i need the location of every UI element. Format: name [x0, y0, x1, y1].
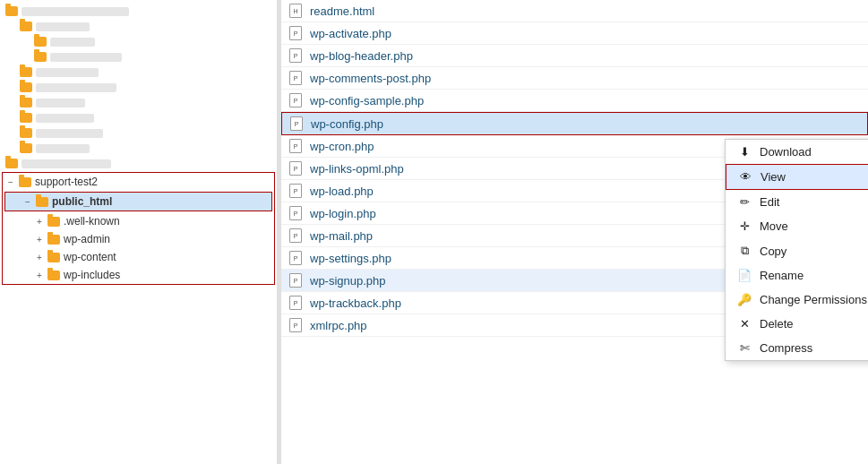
- file-icon-wp-load: P: [288, 184, 303, 198]
- file-name-readme: readme.html: [310, 4, 374, 18]
- view-icon: 👁: [737, 170, 753, 184]
- file-name-xmlrpc: xmlrpc.php: [310, 319, 367, 332]
- file-name-wp-links-opml: wp-links-opml.php: [310, 162, 404, 176]
- expand-icon-public-html: −: [25, 197, 34, 207]
- sidebar-item-blurred-1[interactable]: [0, 4, 277, 19]
- delete-icon: ✕: [736, 317, 752, 331]
- sidebar-item-blurred-4[interactable]: [0, 49, 277, 64]
- file-name-wp-load: wp-load.php: [310, 185, 374, 198]
- sidebar-item-support-test2[interactable]: − support-test2: [3, 173, 274, 191]
- file-row-readme[interactable]: H readme.html: [281, 0, 868, 22]
- file-list-panel: H readme.html P wp-activate.php P wp-blo…: [281, 0, 868, 464]
- sidebar-item-blurred-8[interactable]: [0, 110, 277, 125]
- file-name-wp-activate: wp-activate.php: [310, 27, 391, 40]
- context-menu-copy-label: Copy: [760, 245, 786, 258]
- file-icon-readme: H: [288, 4, 303, 18]
- compress-icon: ✄: [736, 341, 752, 355]
- sidebar-item-label-wp-includes: wp-includes: [64, 269, 120, 281]
- file-icon-wp-login: P: [288, 206, 303, 220]
- file-row-wp-blog-header[interactable]: P wp-blog-header.php: [281, 45, 868, 67]
- file-name-wp-settings: wp-settings.php: [310, 252, 391, 265]
- sidebar-item-blurred-2[interactable]: [0, 19, 277, 34]
- sidebar-item-wp-includes[interactable]: + wp-includes: [3, 266, 274, 284]
- context-menu-edit-label: Edit: [760, 195, 779, 209]
- context-menu-download-label: Download: [760, 145, 812, 159]
- sidebar-item-label-wp-admin: wp-admin: [64, 233, 110, 245]
- expand-icon-wp-content: +: [37, 253, 46, 262]
- file-icon-wp-settings: P: [288, 251, 303, 265]
- sidebar-item-blurred-10[interactable]: [0, 141, 277, 156]
- file-name-wp-trackback: wp-trackback.php: [310, 296, 401, 310]
- file-icon-wp-config: P: [289, 116, 304, 131]
- expand-icon-wp-admin: +: [37, 235, 46, 245]
- context-menu-view-label: View: [761, 170, 786, 184]
- file-icon-wp-comments-post: P: [288, 71, 303, 85]
- file-name-wp-login: wp-login.php: [310, 207, 376, 220]
- edit-icon: ✏: [736, 195, 752, 209]
- context-menu-compress-label: Compress: [760, 341, 812, 355]
- context-menu-rename[interactable]: 📄 Rename: [726, 263, 868, 288]
- sidebar-item-public-html[interactable]: − public_html: [5, 193, 271, 211]
- context-menu-delete-label: Delete: [760, 317, 794, 331]
- sidebar-item-blurred-5[interactable]: [0, 64, 277, 80]
- sidebar: − support-test2 − public_html + .well-kn…: [0, 0, 278, 464]
- file-icon-wp-links-opml: P: [288, 161, 303, 176]
- file-icon-wp-signup: P: [288, 273, 303, 288]
- sidebar-item-blurred-3[interactable]: [0, 34, 277, 49]
- file-name-wp-config: wp-config.php: [311, 117, 383, 131]
- file-icon-wp-blog-header: P: [288, 48, 303, 63]
- context-menu-move[interactable]: ✛ Move: [726, 214, 868, 238]
- file-name-wp-mail: wp-mail.php: [310, 229, 373, 243]
- file-name-wp-signup: wp-signup.php: [310, 274, 386, 288]
- sidebar-item-label-well-known: .well-known: [64, 215, 120, 228]
- sidebar-item-label-wp-content: wp-content: [64, 251, 116, 263]
- context-menu-compress[interactable]: ✄ Compress: [726, 336, 868, 360]
- expand-icon-support-test2: −: [8, 177, 17, 187]
- context-menu-copy[interactable]: ⧉ Copy: [726, 238, 868, 263]
- sidebar-item-label-support-test2: support-test2: [35, 176, 98, 188]
- move-icon: ✛: [736, 219, 752, 233]
- sidebar-item-wp-admin[interactable]: + wp-admin: [3, 230, 274, 248]
- context-menu-change-permissions[interactable]: 🔑 Change Permissions: [726, 288, 868, 312]
- file-icon-wp-config-sample: P: [288, 93, 303, 107]
- copy-icon: ⧉: [736, 244, 752, 258]
- file-row-wp-config[interactable]: P wp-config.php: [281, 112, 868, 135]
- context-menu-delete[interactable]: ✕ Delete: [726, 312, 868, 336]
- permissions-icon: 🔑: [736, 293, 752, 306]
- file-name-wp-cron: wp-cron.php: [310, 140, 374, 153]
- context-menu-move-label: Move: [760, 219, 788, 233]
- file-row-wp-activate[interactable]: P wp-activate.php: [281, 22, 868, 45]
- context-menu-download[interactable]: ⬇ Download: [726, 140, 868, 164]
- file-icon-wp-trackback: P: [288, 296, 303, 310]
- context-menu-change-permissions-label: Change Permissions: [760, 293, 867, 306]
- context-menu-edit[interactable]: ✏ Edit: [726, 190, 868, 214]
- sidebar-item-blurred-9[interactable]: [0, 125, 277, 141]
- file-icon-wp-mail: P: [288, 228, 303, 243]
- context-menu-rename-label: Rename: [760, 269, 804, 282]
- context-menu-view[interactable]: 👁 View: [726, 164, 868, 190]
- sidebar-item-label-public-html: public_html: [52, 195, 112, 208]
- expand-icon-wp-includes: +: [37, 271, 46, 280]
- sidebar-item-blurred-7[interactable]: [0, 95, 277, 110]
- file-icon-wp-cron: P: [288, 139, 303, 153]
- file-name-wp-blog-header: wp-blog-header.php: [310, 49, 413, 63]
- sidebar-item-well-known[interactable]: + .well-known: [3, 212, 274, 230]
- rename-icon: 📄: [736, 269, 752, 282]
- file-row-wp-comments-post[interactable]: P wp-comments-post.php: [281, 67, 868, 90]
- context-menu: ⬇ Download 👁 View ✏ Edit ✛ Move ⧉ Copy 📄…: [725, 139, 868, 361]
- sidebar-item-blurred-6[interactable]: [0, 80, 277, 95]
- sidebar-item-wp-content[interactable]: + wp-content: [3, 248, 274, 266]
- file-icon-wp-activate: P: [288, 26, 303, 40]
- sidebar-item-blurred-11[interactable]: [0, 156, 277, 171]
- expand-icon-well-known: +: [37, 217, 46, 227]
- download-icon: ⬇: [736, 145, 752, 159]
- file-name-wp-comments-post: wp-comments-post.php: [310, 72, 431, 85]
- file-name-wp-config-sample: wp-config-sample.php: [310, 94, 424, 107]
- file-icon-xmlrpc: P: [288, 318, 303, 332]
- file-row-wp-config-sample[interactable]: P wp-config-sample.php: [281, 90, 868, 112]
